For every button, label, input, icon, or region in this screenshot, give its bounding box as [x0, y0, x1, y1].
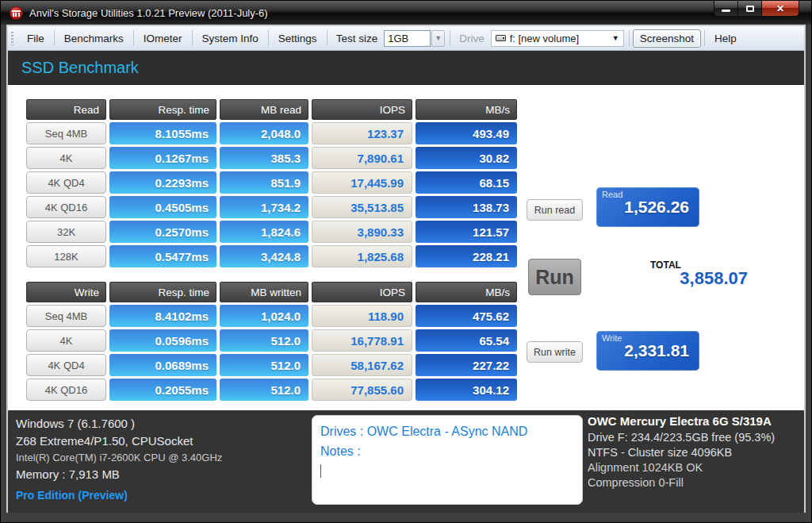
test-size-value[interactable]: 1GB: [384, 30, 431, 47]
screenshot-button[interactable]: Screenshot: [633, 29, 701, 48]
row-label-button[interactable]: 4K QD16: [26, 379, 106, 401]
run-read-button[interactable]: Run read: [527, 199, 583, 221]
drive-alignment: Alignment 1024KB OK: [588, 461, 775, 474]
menu-system-info[interactable]: System Info: [193, 29, 267, 48]
page-banner: SSD Benchmark: [8, 51, 804, 85]
write-score-box: Write 2,331.81: [596, 331, 699, 371]
mbs-cell: 138.73: [416, 196, 517, 218]
toolbar-grip[interactable]: [11, 32, 13, 45]
window-controls: ✕: [714, 1, 799, 17]
mb-cell: 385.3: [220, 147, 308, 169]
app-icon: [10, 6, 23, 20]
chevron-down-icon[interactable]: ▼: [431, 30, 445, 47]
resp-time-cell: 0.2570ms: [109, 221, 216, 243]
os-version: Windows 7 (6.1.7600 ): [16, 417, 222, 430]
column-header-iops: IOPS: [312, 282, 412, 302]
resp-time-cell: 0.2293ms: [109, 171, 216, 194]
row-label-button[interactable]: 4K: [26, 329, 106, 352]
menu-separator: [268, 30, 269, 46]
iops-cell: 1,825.68: [312, 245, 412, 267]
maximize-button[interactable]: [738, 1, 762, 16]
menu-file[interactable]: File: [18, 29, 53, 48]
test-size-combobox[interactable]: 1GB ▼: [384, 30, 445, 47]
iops-cell: 17,445.99: [312, 171, 412, 194]
iops-cell: 123.37: [312, 122, 412, 144]
column-header-iops: IOPS: [312, 99, 412, 120]
mb-cell: 3,424.8: [220, 245, 308, 267]
minimize-button[interactable]: [714, 1, 738, 16]
mb-cell: 1,824.6: [220, 221, 308, 243]
drive-value: f: [new volume]: [510, 33, 579, 44]
edition-link[interactable]: Pro Edition (Preview): [16, 489, 222, 502]
mbs-cell: 304.12: [416, 379, 517, 401]
drive-model: OWC Mercury Electra 6G S/319A: [588, 414, 775, 428]
mbs-cell: 475.62: [416, 305, 517, 327]
row-label-button[interactable]: 4K QD16: [26, 196, 106, 218]
column-header-write: Write: [26, 282, 106, 302]
close-button[interactable]: ✕: [762, 1, 799, 16]
menu-separator: [192, 30, 193, 46]
maximize-icon: [746, 6, 754, 12]
menu-bar: File Benchmarks IOmeter System Info Sett…: [8, 26, 804, 51]
text-caret: [320, 464, 321, 478]
mb-cell: 512.0: [220, 354, 308, 376]
resp-time-cell: 8.4102ms: [109, 305, 216, 327]
column-header-mb-s: MB/s: [416, 282, 517, 302]
title-bar: Anvil's Storage Utilities 1.0.21 Preview…: [1, 1, 811, 25]
menu-help[interactable]: Help: [706, 29, 745, 48]
iops-cell: 58,167.62: [312, 354, 412, 376]
column-header-mb-read: MB read: [220, 99, 308, 120]
run-write-button[interactable]: Run write: [527, 341, 583, 363]
mbs-cell: 227.22: [416, 354, 517, 376]
row-label-button[interactable]: Seq 4MB: [26, 122, 106, 144]
minimize-icon: [722, 10, 730, 12]
read-score-value: 1,526.26: [624, 198, 689, 217]
drive-combobox[interactable]: f: [new volume] ▼: [491, 30, 624, 47]
write-score-value: 2,331.81: [624, 341, 689, 360]
drive-capacity: Drive F: 234.4/223.5GB free (95.3%): [588, 431, 775, 444]
read-score-box: Read 1,526.26: [596, 187, 699, 227]
menu-separator: [54, 30, 55, 46]
iops-cell: 118.90: [312, 305, 412, 327]
mbs-cell: 30.82: [416, 147, 517, 169]
row-label-button[interactable]: 32K: [26, 221, 106, 243]
resp-time-cell: 0.0689ms: [109, 354, 216, 376]
row-label-button[interactable]: 128K: [26, 245, 106, 267]
window-title: Anvil's Storage Utilities 1.0.21 Preview…: [29, 7, 268, 19]
mbs-cell: 68.15: [416, 171, 517, 194]
column-header-mb-s: MB/s: [416, 99, 517, 120]
menu-separator: [629, 30, 630, 46]
info-footer: Windows 7 (6.1.7600 ) Z68 Extreme4/P1.50…: [8, 410, 804, 513]
resp-time-cell: 0.5477ms: [109, 245, 216, 267]
notes-label-line: Notes :: [320, 442, 574, 462]
row-label-button[interactable]: Seq 4MB: [26, 305, 106, 327]
iops-cell: 77,855.60: [312, 379, 412, 401]
menu-separator: [450, 30, 450, 46]
menu-iometer[interactable]: IOmeter: [135, 29, 191, 48]
drive-info-block: OWC Mercury Electra 6G S/319A Drive F: 2…: [588, 414, 775, 491]
menu-benchmarks[interactable]: Benchmarks: [56, 29, 132, 48]
column-header-resp-time: Resp. time: [109, 99, 216, 120]
column-header-mb-written: MB written: [220, 282, 308, 302]
window-body: File Benchmarks IOmeter System Info Sett…: [6, 25, 806, 513]
system-info-block: Windows 7 (6.1.7600 ) Z68 Extreme4/P1.50…: [16, 417, 222, 502]
notes-drives-line: Drives : OWC Electra - ASync NAND: [320, 422, 574, 442]
run-button[interactable]: Run: [528, 259, 581, 295]
resp-time-cell: 0.0596ms: [109, 329, 216, 352]
row-label-button[interactable]: 4K QD4: [26, 171, 106, 194]
menu-settings[interactable]: Settings: [270, 29, 326, 48]
close-icon: ✕: [776, 3, 784, 14]
mb-cell: 512.0: [220, 329, 308, 352]
write-results-table: WriteResp. timeMB writtenIOPSMB/sSeq 4MB…: [26, 282, 517, 401]
drive-filesystem: NTFS - Cluster size 4096KB: [588, 446, 775, 459]
drive-compression: Compression 0-Fill: [588, 476, 775, 489]
benchmark-area: ReadResp. timeMB readIOPSMB/sSeq 4MB8.10…: [8, 85, 804, 410]
row-label-button[interactable]: 4K QD4: [26, 354, 106, 376]
notes-textarea[interactable]: Drives : OWC Electra - ASync NAND Notes …: [312, 415, 583, 505]
row-label-button[interactable]: 4K: [26, 147, 106, 169]
memory-info: Memory : 7,913 MB: [16, 467, 222, 481]
mb-cell: 1,024.0: [220, 305, 308, 327]
mb-cell: 2,048.0: [220, 122, 308, 144]
app-window: Anvil's Storage Utilities 1.0.21 Preview…: [0, 0, 812, 523]
test-size-label: Test size: [328, 33, 385, 44]
